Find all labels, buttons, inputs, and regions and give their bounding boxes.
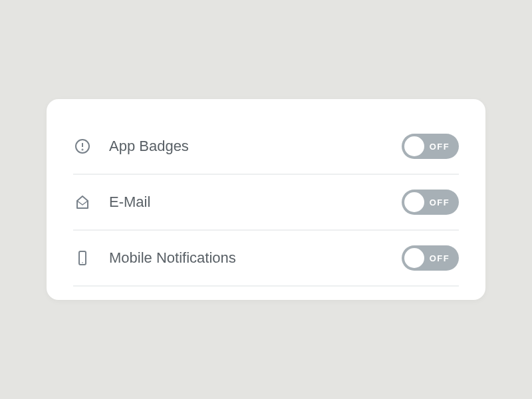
setting-label: E-Mail <box>109 194 402 211</box>
alert-circle-icon <box>73 137 92 156</box>
svg-point-2 <box>82 150 83 150</box>
mail-open-icon <box>73 193 92 211</box>
toggle-state-text: OFF <box>424 142 456 152</box>
toggle-knob <box>404 248 424 268</box>
toggle-state-text: OFF <box>424 253 456 263</box>
toggle-knob <box>404 192 424 212</box>
toggle-app-badges[interactable]: OFF <box>402 134 459 159</box>
toggle-knob <box>404 136 424 156</box>
setting-row-mobile: Mobile Notifications OFF <box>73 231 459 287</box>
setting-row-email: E-Mail OFF <box>73 175 459 231</box>
toggle-mobile[interactable]: OFF <box>402 245 459 271</box>
toggle-email[interactable]: OFF <box>402 190 459 215</box>
setting-row-app-badges: App Badges OFF <box>73 119 459 175</box>
setting-label: Mobile Notifications <box>109 249 402 267</box>
mobile-icon <box>73 249 92 267</box>
toggle-state-text: OFF <box>424 198 456 207</box>
svg-point-4 <box>82 262 83 263</box>
setting-label: App Badges <box>109 138 402 155</box>
settings-card: App Badges OFF E-Mail OFF Mobile Notific… <box>47 99 485 300</box>
